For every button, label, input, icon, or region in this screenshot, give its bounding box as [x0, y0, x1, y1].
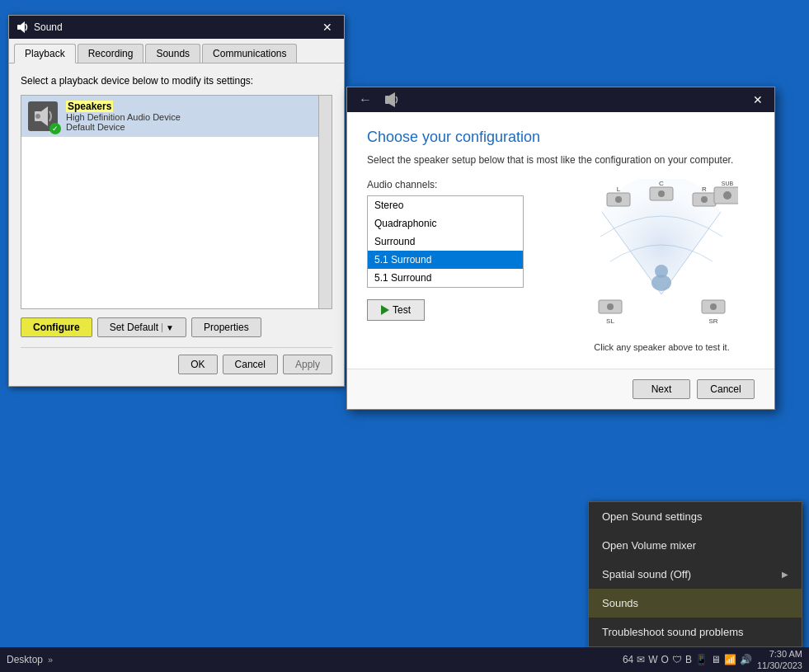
- device-sub: High Definition Audio Device: [66, 112, 312, 122]
- scrollbar[interactable]: [318, 96, 332, 308]
- close-button[interactable]: ✕: [317, 19, 337, 35]
- context-open-volume-mixer[interactable]: Open Volume mixer: [589, 531, 802, 560]
- tray-icon-shield[interactable]: 🛡: [672, 654, 682, 665]
- context-sounds[interactable]: Sounds: [589, 589, 802, 618]
- svg-point-14: [723, 191, 731, 200]
- svg-point-2: [35, 114, 40, 119]
- svg-point-11: [701, 196, 708, 203]
- svg-text:R: R: [702, 186, 707, 193]
- tab-playback[interactable]: Playback: [14, 44, 76, 63]
- tray-icon-b[interactable]: B: [685, 654, 692, 665]
- properties-button[interactable]: Properties: [191, 317, 261, 337]
- sound-dialog: Sound ✕ Playback Recording Sounds Commun…: [8, 15, 345, 387]
- channel-5-1-surround-1[interactable]: 5.1 Surround: [368, 251, 523, 269]
- svg-text:SL: SL: [606, 317, 614, 325]
- taskbar-chevron: »: [48, 655, 53, 665]
- speaker-sub-top: SUB: [714, 181, 738, 204]
- tray-icon-monitor[interactable]: 🖥: [711, 654, 721, 665]
- tray-icon-envelope[interactable]: ✉: [637, 654, 645, 665]
- svg-point-22: [710, 303, 717, 310]
- tray-icon-o[interactable]: O: [661, 654, 669, 665]
- taskbar-left: Desktop »: [7, 654, 53, 665]
- tray-icons: 64 ✉ W O 🛡 B 📱 🖥 📶 🔊: [623, 654, 752, 665]
- speaker-diagram-svg: L C R: [586, 179, 738, 336]
- sound-dialog-titlebar: Sound ✕: [9, 16, 344, 39]
- svg-rect-0: [17, 25, 21, 30]
- play-icon: [381, 305, 389, 315]
- audio-channels-label: Audio channels:: [367, 179, 553, 190]
- context-troubleshoot[interactable]: Troubleshoot sound problems: [589, 618, 802, 646]
- speaker-diagram-container: L C R: [569, 179, 755, 352]
- svg-text:SR: SR: [708, 317, 717, 325]
- config-description: Select the speaker setup below that is m…: [367, 154, 755, 166]
- device-name: Speakers: [66, 101, 113, 112]
- tray-icon-speaker[interactable]: 🔊: [740, 654, 752, 665]
- device-buttons: Configure Set Default ▼ Properties: [21, 317, 332, 337]
- taskbar-right: 64 ✉ W O 🛡 B 📱 🖥 📶 🔊 7:30 AM 11/30/2023: [623, 648, 802, 672]
- svg-point-5: [615, 196, 622, 203]
- dropdown-arrow[interactable]: ▼: [162, 323, 174, 332]
- tab-bar: Playback Recording Sounds Communications: [9, 39, 344, 63]
- test-button[interactable]: Test: [367, 299, 425, 321]
- config-close-button[interactable]: ✕: [748, 92, 768, 108]
- context-menu: Open Sound settings Open Volume mixer Sp…: [588, 501, 802, 647]
- svg-point-17: [651, 275, 671, 291]
- svg-rect-3: [385, 96, 389, 104]
- dialog-description: Select a playback device below to modify…: [21, 75, 332, 87]
- channel-5-1-surround-2[interactable]: 5.1 Surround: [368, 269, 523, 287]
- svg-point-8: [658, 190, 665, 197]
- spatial-sound-arrow: ▶: [782, 570, 788, 579]
- test-label: Test: [393, 304, 411, 316]
- device-default: Default Device: [66, 122, 312, 132]
- config-body: Choose your configuration Select the spe…: [347, 112, 774, 369]
- tab-communications[interactable]: Communications: [202, 44, 297, 63]
- tray-icon-phone[interactable]: 📱: [695, 654, 708, 665]
- svg-text:SUB: SUB: [722, 181, 734, 186]
- svg-point-19: [607, 303, 614, 310]
- config-dialog: ← ✕ Choose your configuration Select the…: [346, 87, 775, 410]
- tray-icon-64[interactable]: 64: [623, 654, 633, 665]
- dialog-content: Select a playback device below to modify…: [9, 63, 344, 386]
- default-check: ✓: [49, 123, 61, 134]
- tab-recording[interactable]: Recording: [78, 44, 144, 63]
- channel-stereo[interactable]: Stereo: [368, 196, 523, 214]
- ok-cancel-row: OK Cancel Apply: [21, 347, 332, 374]
- channel-surround[interactable]: Surround: [368, 233, 523, 251]
- config-titlebar-left: ←: [354, 91, 400, 109]
- tray-icon-w[interactable]: W: [648, 654, 657, 665]
- speaker-setup-icon: [383, 92, 400, 108]
- config-main: Audio channels: Stereo Quadraphonic Surr…: [367, 179, 755, 352]
- taskbar-desktop-label[interactable]: Desktop: [7, 654, 43, 665]
- configure-button[interactable]: Configure: [21, 317, 92, 337]
- back-button[interactable]: ←: [354, 91, 377, 109]
- device-item-speakers[interactable]: ✓ Speakers High Definition Audio Device …: [21, 96, 318, 137]
- apply-button[interactable]: Apply: [283, 355, 332, 374]
- device-list[interactable]: ✓ Speakers High Definition Audio Device …: [21, 95, 332, 309]
- channel-quadraphonic[interactable]: Quadraphonic: [368, 214, 523, 233]
- speaker-rear-right: SR: [702, 300, 725, 325]
- taskbar-time[interactable]: 7:30 AM 11/30/2023: [757, 648, 802, 672]
- device-info: Speakers High Definition Audio Device De…: [66, 101, 312, 132]
- taskbar: Desktop » 64 ✉ W O 🛡 B 📱 🖥 📶 🔊 7:30 AM 1…: [0, 647, 809, 672]
- set-default-button[interactable]: Set Default ▼: [97, 317, 186, 337]
- config-heading: Choose your configuration: [367, 129, 755, 146]
- click-test-text: Click any speaker above to test it.: [586, 342, 738, 352]
- dialog-title: Sound: [34, 21, 63, 33]
- next-button[interactable]: Next: [633, 379, 690, 399]
- tray-icon-network[interactable]: 📶: [724, 654, 736, 665]
- ok-button[interactable]: OK: [178, 355, 217, 374]
- svg-text:C: C: [659, 180, 664, 187]
- speaker-rear-left: SL: [599, 300, 622, 325]
- device-icon: ✓: [28, 101, 58, 131]
- config-cancel-button[interactable]: Cancel: [697, 379, 755, 399]
- channel-list: Stereo Quadraphonic Surround 5.1 Surroun…: [367, 195, 524, 288]
- tab-sounds[interactable]: Sounds: [145, 44, 200, 63]
- config-footer: Next Cancel: [347, 369, 774, 409]
- context-open-sound-settings[interactable]: Open Sound settings: [589, 502, 802, 531]
- config-titlebar: ← ✕: [347, 87, 774, 112]
- context-spatial-sound[interactable]: Spatial sound (Off) ▶: [589, 560, 802, 589]
- config-left: Audio channels: Stereo Quadraphonic Surr…: [367, 179, 553, 352]
- cancel-button[interactable]: Cancel: [223, 355, 278, 374]
- sound-icon: [16, 21, 29, 34]
- titlebar-left: Sound: [16, 21, 63, 34]
